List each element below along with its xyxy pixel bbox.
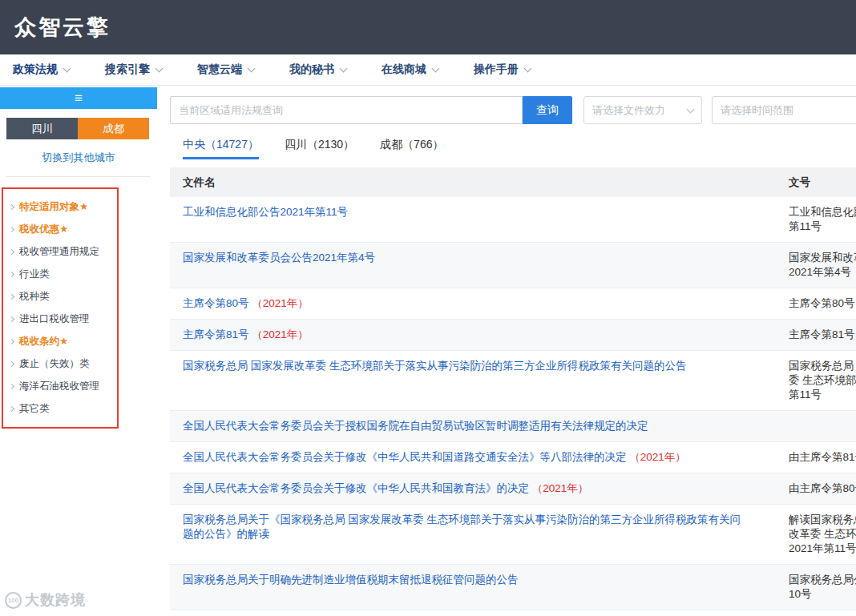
category-label: 行业类 bbox=[19, 268, 50, 281]
nav-item[interactable]: 操作手册 bbox=[474, 62, 531, 77]
category-item[interactable]: 海洋石油税收管理 bbox=[3, 375, 117, 397]
chevron-right-icon bbox=[9, 226, 14, 232]
chevron-down-icon bbox=[155, 65, 164, 73]
chevron-right-icon bbox=[9, 360, 14, 366]
app-root: 众智云擎 政策法规 搜索引擎 智慧云端 我的秘书 在线商城 操作手册 ≡ 四川成… bbox=[0, 0, 856, 616]
doc-title-link[interactable]: 主席令第80号 bbox=[183, 297, 249, 309]
category-item[interactable]: 税收条约★ bbox=[3, 330, 117, 352]
doc-title-cell: 全国人民代表大会常务委员会关于修改《中华人民共和国道路交通安全法》等八部法律的决… bbox=[170, 450, 779, 465]
doc-title-link[interactable]: 国家税务总局 国家发展改革委 生态环境部关于落实从事污染防治的第三方企业所得税政… bbox=[183, 360, 687, 372]
category-item[interactable]: 税收管理通用规定 bbox=[3, 240, 117, 263]
category-label: 税种类 bbox=[19, 290, 50, 304]
category-item[interactable]: 税收优惠★ bbox=[3, 218, 117, 240]
sidebar: ≡ 四川成都 切换到其他城市 特定适用对象★ 税收优惠★ 税收管理通用规定 行业… bbox=[0, 86, 157, 616]
doc-title-cell: 工业和信息化部公告2021年第11号 bbox=[170, 205, 779, 234]
doc-title-link[interactable]: 全国人民代表大会常务委员会关于授权国务院在自由贸易试验区暂时调整适用有关法律规定… bbox=[183, 420, 648, 432]
nav-item[interactable]: 智慧云端 bbox=[197, 62, 254, 77]
brand-logo: 众智云擎 bbox=[14, 13, 111, 42]
category-item[interactable]: 其它类 bbox=[3, 397, 117, 420]
chevron-down-icon bbox=[248, 65, 256, 73]
doc-title-cell: 国家税务总局关于《国家税务总局 国家发展改革委 生态环境部关于落实从事污染防治的… bbox=[170, 513, 779, 556]
doc-title-cell: 全国人民代表大会常务委员会关于修改《中华人民共和国教育法》的决定 （2021年） bbox=[170, 481, 779, 496]
doc-title-link[interactable]: 主席令第81号 bbox=[183, 328, 249, 340]
category-label: 其它类 bbox=[19, 402, 50, 416]
table-body: 工业和信息化部公告2021年第11号 工业和信息化部公告2021年第11号 国家… bbox=[170, 197, 856, 610]
category-label: 特定适用对象★ bbox=[19, 200, 88, 214]
doc-number-cell: 国家税务总局公告2021年第10号 bbox=[779, 573, 856, 602]
category-item[interactable]: 特定适用对象★ bbox=[3, 195, 117, 218]
app-header: 众智云擎 bbox=[0, 0, 856, 54]
table-row: 全国人民代表大会常务委员会关于修改《中华人民共和国道路交通安全法》等八部法律的决… bbox=[170, 442, 856, 473]
file-effect-placeholder: 请选择文件效力 bbox=[592, 103, 665, 118]
sidebar-collapse-bar[interactable]: ≡ bbox=[0, 87, 157, 109]
doc-title-link[interactable]: 工业和信息化部公告2021年第11号 bbox=[183, 206, 348, 218]
region-tab[interactable]: 四川 bbox=[6, 118, 78, 139]
main-content: 查询 请选择文件效力 中央（14727）四川（2130）成都（766） 文件名 … bbox=[157, 86, 856, 616]
table-row: 工业和信息化部公告2021年第11号 工业和信息化部公告2021年第11号 bbox=[170, 197, 856, 243]
table-row: 主席令第81号 （2021年） 主席令第81号 bbox=[170, 320, 856, 351]
chevron-down-icon bbox=[63, 65, 71, 73]
doc-number-cell: 解读国家税务总局 国家发展改革委 生态环境部公告2021年第11号 bbox=[779, 513, 856, 556]
result-tab[interactable]: 中央（14727） bbox=[183, 138, 259, 159]
doc-number-cell: 由主席令第80号公布 bbox=[779, 481, 856, 496]
file-effect-select[interactable]: 请选择文件效力 bbox=[583, 96, 702, 124]
category-label: 废止（失效）类 bbox=[19, 357, 90, 371]
content-area: ≡ 四川成都 切换到其他城市 特定适用对象★ 税收优惠★ 税收管理通用规定 行业… bbox=[0, 86, 856, 616]
region-tab[interactable]: 成都 bbox=[78, 118, 149, 139]
category-item[interactable]: 税种类 bbox=[3, 285, 117, 308]
category-list: 特定适用对象★ 税收优惠★ 税收管理通用规定 行业类 税种类 进出口税收管理 税… bbox=[2, 187, 119, 429]
table-row: 国家发展和改革委员会公告2021年第4号 国家发展和改革委员会公告2021年第4… bbox=[170, 243, 856, 288]
nav-item[interactable]: 我的秘书 bbox=[289, 62, 346, 77]
doc-year-label: （2021年） bbox=[532, 482, 589, 494]
category-item[interactable]: 进出口税收管理 bbox=[3, 308, 117, 330]
nav-item[interactable]: 政策法规 bbox=[13, 62, 70, 77]
doc-title-link[interactable]: 全国人民代表大会常务委员会关于修改《中华人民共和国教育法》的决定 bbox=[183, 482, 529, 494]
doc-number-cell: 主席令第81号 bbox=[779, 328, 856, 342]
chevron-right-icon bbox=[9, 293, 14, 299]
search-button[interactable]: 查询 bbox=[523, 96, 572, 124]
result-tab[interactable]: 成都（766） bbox=[380, 138, 443, 159]
watermark-badge-icon: 100 bbox=[5, 592, 22, 609]
category-item[interactable]: 行业类 bbox=[3, 263, 117, 285]
category-label: 海洋石油税收管理 bbox=[19, 380, 99, 393]
nav-item[interactable]: 在线商城 bbox=[382, 62, 438, 77]
time-range-input[interactable] bbox=[712, 96, 856, 124]
table-row: 国家税务总局 国家发展改革委 生态环境部关于落实从事污染防治的第三方企业所得税政… bbox=[170, 351, 856, 411]
result-tabs: 中央（14727）四川（2130）成都（766） bbox=[170, 138, 856, 159]
doc-number-cell: 国家税务总局 国家发展改革委 生态环境部公告2021年第11号 bbox=[779, 359, 856, 402]
category-label: 税收条约★ bbox=[19, 335, 68, 348]
chevron-down-icon bbox=[524, 65, 532, 73]
doc-title-link[interactable]: 国家税务总局关于《国家税务总局 国家发展改革委 生态环境部关于落实从事污染防治的… bbox=[183, 513, 741, 540]
watermark: 100 大数跨境 bbox=[5, 590, 86, 610]
search-input[interactable] bbox=[170, 96, 523, 124]
doc-title-cell: 国家税务总局关于明确先进制造业增值税期末留抵退税征管问题的公告 bbox=[170, 573, 779, 602]
table-row: 国家税务总局关于《国家税务总局 国家发展改革委 生态环境部关于落实从事污染防治的… bbox=[170, 505, 856, 565]
doc-title-link[interactable]: 国家税务总局关于明确先进制造业增值税期末留抵退税征管问题的公告 bbox=[183, 574, 519, 586]
table-row: 国家税务总局关于明确先进制造业增值税期末留抵退税征管问题的公告 国家税务总局公告… bbox=[170, 565, 856, 610]
chevron-down-icon bbox=[432, 65, 440, 73]
category-item[interactable]: 废止（失效）类 bbox=[3, 352, 117, 375]
category-label: 税收优惠★ bbox=[19, 223, 68, 236]
col-header-number: 文号 bbox=[779, 175, 856, 190]
chevron-down-icon bbox=[340, 65, 348, 73]
result-tab[interactable]: 四川（2130） bbox=[285, 138, 354, 159]
results-table: 文件名 文号 工业和信息化部公告2021年第11号 工业和信息化部公告2021年… bbox=[170, 167, 856, 610]
nav-item-label: 我的秘书 bbox=[289, 62, 334, 77]
chevron-right-icon bbox=[9, 338, 14, 344]
nav-item[interactable]: 搜索引擎 bbox=[105, 62, 162, 77]
doc-title-cell: 全国人民代表大会常务委员会关于授权国务院在自由贸易试验区暂时调整适用有关法律规定… bbox=[170, 419, 779, 433]
doc-title-cell: 主席令第80号 （2021年） bbox=[170, 296, 779, 311]
doc-number-cell bbox=[779, 419, 856, 433]
table-row: 主席令第80号 （2021年） 主席令第80号 bbox=[170, 288, 856, 320]
nav-item-label: 政策法规 bbox=[13, 62, 58, 77]
doc-title-link[interactable]: 国家发展和改革委员会公告2021年第4号 bbox=[183, 252, 375, 264]
doc-number-cell: 工业和信息化部公告2021年第11号 bbox=[779, 205, 856, 234]
chevron-right-icon bbox=[9, 203, 14, 209]
search-bar: 查询 请选择文件效力 bbox=[170, 96, 856, 124]
doc-title-link[interactable]: 全国人民代表大会常务委员会关于修改《中华人民共和国道路交通安全法》等八部法律的决… bbox=[183, 451, 627, 463]
doc-number-cell: 主席令第80号 bbox=[779, 296, 856, 311]
table-header-row: 文件名 文号 bbox=[170, 167, 856, 197]
switch-city-link[interactable]: 切换到其他城市 bbox=[42, 151, 115, 163]
doc-title-cell: 国家税务总局 国家发展改革委 生态环境部关于落实从事污染防治的第三方企业所得税政… bbox=[170, 359, 779, 402]
col-header-title: 文件名 bbox=[170, 175, 779, 190]
